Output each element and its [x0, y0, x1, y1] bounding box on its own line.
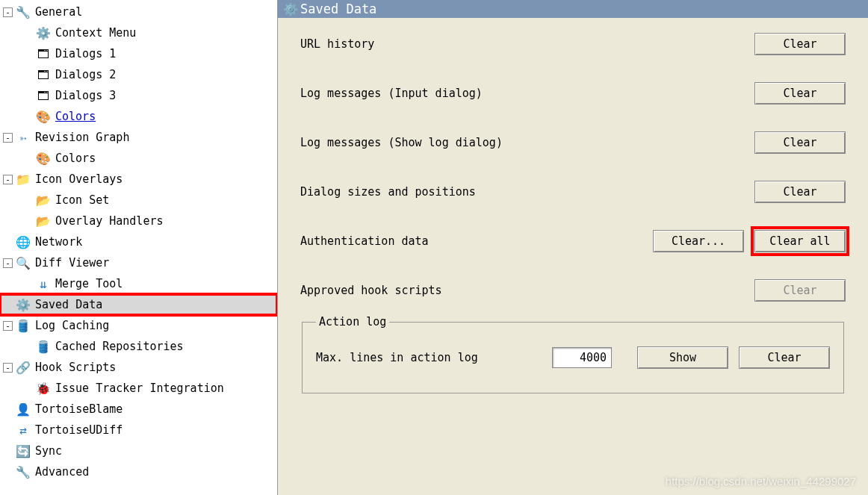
folder-icon: 📁: [16, 172, 31, 187]
tree-node-sync[interactable]: 🔄 Sync: [0, 440, 277, 461]
bug-icon: 🐞: [36, 381, 51, 396]
row-label: Dialog sizes and positions: [300, 185, 744, 199]
tree-node-saved-data[interactable]: ⚙️ Saved Data: [0, 294, 277, 315]
tree-label: Dialogs 3: [55, 89, 116, 102]
settings-main-panel: ⚙️ Saved Data URL history Clear Log mess…: [278, 0, 868, 495]
tree-label: Network: [35, 235, 82, 249]
merge-icon: ⇊: [36, 276, 51, 291]
gear-icon: ⚙️: [284, 2, 297, 16]
tree-label: Context Menu: [55, 26, 136, 40]
tree-node-cached-repos[interactable]: 🛢️ Cached Repositories: [0, 336, 277, 357]
clear-log-show-button[interactable]: Clear: [754, 131, 846, 154]
collapse-icon[interactable]: -: [3, 175, 13, 184]
panel-title-bar: ⚙️ Saved Data: [278, 0, 868, 18]
tree-label: Advanced: [35, 465, 89, 479]
tree-node-tortoise-blame[interactable]: 👤 TortoiseBlame: [0, 399, 277, 420]
clear-url-history-button[interactable]: Clear: [754, 33, 846, 55]
tree-label: Merge Tool: [55, 277, 123, 290]
window-icon: 🗔: [36, 88, 51, 103]
clear-auth-button[interactable]: Clear...: [653, 230, 744, 252]
tree-label: Dialogs 2: [55, 68, 116, 81]
tree-node-advanced[interactable]: 🔧 Advanced: [0, 461, 277, 482]
clear-log-input-button[interactable]: Clear: [754, 82, 846, 105]
sync-icon: 🔄: [16, 443, 31, 458]
action-log-legend: Action log: [316, 315, 389, 329]
tree-label: Saved Data: [35, 298, 102, 311]
tree-label: Log Caching: [35, 319, 109, 332]
clear-action-log-button[interactable]: Clear: [739, 346, 830, 369]
show-action-log-button[interactable]: Show: [637, 346, 728, 369]
tree-label: TortoiseUDiff: [35, 423, 123, 437]
palette-icon: 🎨: [36, 151, 51, 166]
tree-node-hook-scripts[interactable]: - 🔗 Hook Scripts: [0, 357, 277, 378]
collapse-icon[interactable]: -: [3, 363, 13, 373]
tree-label: Diff Viewer: [35, 256, 109, 270]
wrench-icon: 🔧: [16, 464, 31, 479]
window-icon: 🗔: [36, 46, 51, 61]
database-icon: 🛢️: [36, 339, 51, 354]
row-label: Authentication data: [300, 234, 642, 248]
max-lines-input[interactable]: [552, 347, 612, 368]
tree-label: Colors: [55, 110, 96, 123]
tree-node-rev-colors[interactable]: 🎨 Colors: [0, 148, 277, 169]
clear-hooks-button[interactable]: Clear: [754, 279, 846, 302]
tree-node-diff-viewer[interactable]: - 🔍 Diff Viewer: [0, 252, 277, 273]
globe-icon: 🌐: [16, 234, 31, 249]
tree-node-revision-graph[interactable]: - ➳ Revision Graph: [0, 127, 277, 148]
tree-node-log-caching[interactable]: - 🛢️ Log Caching: [0, 315, 277, 336]
tree-label: Hook Scripts: [35, 361, 116, 374]
tree-node-merge-tool[interactable]: ⇊ Merge Tool: [0, 273, 277, 294]
row-label: URL history: [300, 37, 744, 51]
clear-all-auth-button[interactable]: Clear all: [754, 230, 846, 252]
tree-node-tortoise-udiff[interactable]: ⇄ TortoiseUDiff: [0, 420, 277, 440]
collapse-icon[interactable]: -: [3, 133, 13, 143]
action-log-label: Max. lines in action log: [316, 351, 552, 364]
wrench-icon: 🔧: [16, 4, 31, 19]
tree-label: Colors: [55, 152, 96, 165]
row-dialog-sizes: Dialog sizes and positions Clear: [300, 181, 846, 203]
settings-tree: - 🔧 General ⚙️ Context Menu 🗔 Dialogs 1 …: [0, 0, 278, 495]
panel-title: Saved Data: [300, 1, 376, 16]
tree-label: Issue Tracker Integration: [55, 382, 224, 395]
row-hooks: Approved hook scripts Clear: [300, 279, 846, 302]
window-icon: 🗔: [36, 67, 51, 82]
tree-node-colors[interactable]: 🎨 Colors: [0, 106, 277, 127]
tree-node-icon-overlays[interactable]: - 📁 Icon Overlays: [0, 169, 277, 190]
tree-label: Sync: [35, 444, 62, 458]
tree-node-dialogs2[interactable]: 🗔 Dialogs 2: [0, 64, 277, 85]
collapse-icon[interactable]: -: [3, 258, 13, 268]
row-log-show: Log messages (Show log dialog) Clear: [300, 131, 846, 154]
tree-node-issue-tracker[interactable]: 🐞 Issue Tracker Integration: [0, 378, 277, 399]
tree-node-icon-set[interactable]: 📂 Icon Set: [0, 190, 277, 211]
tree-node-context-menu[interactable]: ⚙️ Context Menu: [0, 22, 277, 43]
diff-icon: ⇄: [16, 423, 31, 438]
collapse-icon[interactable]: -: [3, 321, 13, 331]
database-icon: 🛢️: [16, 318, 31, 333]
tree-label: TortoiseBlame: [35, 402, 123, 416]
tree-node-general[interactable]: - 🔧 General: [0, 1, 277, 22]
row-label: Log messages (Show log dialog): [300, 136, 744, 149]
gear-icon: ⚙️: [36, 25, 51, 40]
tree-node-overlay-handlers[interactable]: 📂 Overlay Handlers: [0, 211, 277, 231]
hook-icon: 🔗: [16, 360, 31, 375]
graph-icon: ➳: [16, 130, 31, 145]
row-auth: Authentication data Clear... Clear all: [300, 230, 846, 252]
palette-icon: 🎨: [36, 109, 51, 124]
row-log-input: Log messages (Input dialog) Clear: [300, 82, 846, 105]
tree-node-dialogs3[interactable]: 🗔 Dialogs 3: [0, 85, 277, 106]
tree-label: Revision Graph: [35, 131, 129, 144]
gear-icon: ⚙️: [16, 297, 31, 312]
user-icon: 👤: [16, 402, 31, 417]
folder-icon: 📂: [36, 193, 51, 208]
tree-node-network[interactable]: 🌐 Network: [0, 231, 277, 252]
tree-label: Cached Repositories: [55, 340, 184, 353]
clear-dialog-sizes-button[interactable]: Clear: [754, 181, 846, 203]
tree-label: Icon Overlays: [35, 172, 123, 186]
row-label: Approved hook scripts: [300, 284, 744, 297]
collapse-icon[interactable]: -: [3, 7, 13, 17]
tree-node-dialogs1[interactable]: 🗔 Dialogs 1: [0, 43, 277, 64]
tree-label: General: [35, 5, 82, 19]
tree-label: Icon Set: [55, 193, 109, 207]
row-url-history: URL history Clear: [300, 33, 846, 55]
magnifier-icon: 🔍: [16, 255, 31, 270]
